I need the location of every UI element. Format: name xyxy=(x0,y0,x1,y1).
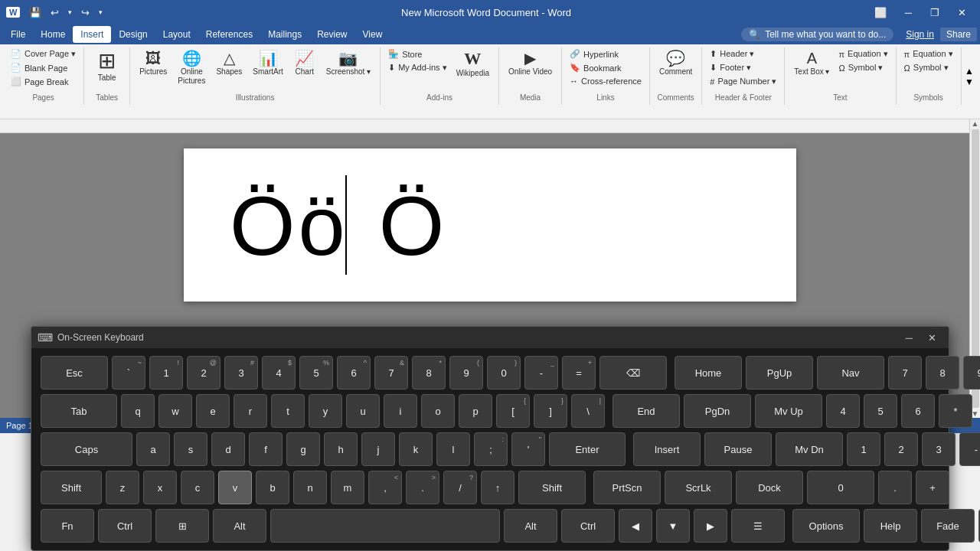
key-num3[interactable]: 3 xyxy=(922,432,956,466)
key-lbracket[interactable]: {[ xyxy=(496,394,530,428)
key-b[interactable]: b xyxy=(256,471,289,504)
key-nummul[interactable]: * xyxy=(939,394,972,428)
screenshot-button[interactable]: 📷 Screenshot ▾ xyxy=(322,47,375,80)
key-t[interactable]: t xyxy=(271,394,305,428)
key-w[interactable]: w xyxy=(158,394,192,428)
key-num5[interactable]: 5 xyxy=(864,394,897,428)
key-insert[interactable]: Insert xyxy=(633,432,701,466)
key-caps[interactable]: Caps xyxy=(41,432,132,466)
cross-reference-button[interactable]: ↔ Cross-reference xyxy=(567,75,645,87)
key-4[interactable]: $4 xyxy=(262,356,296,390)
key-g[interactable]: g xyxy=(286,432,320,466)
key-minus[interactable]: _- xyxy=(524,356,558,390)
key-q[interactable]: q xyxy=(121,394,155,428)
key-ctrl-r[interactable]: Ctrl xyxy=(561,509,615,543)
key-f[interactable]: f xyxy=(249,432,283,466)
chart-button[interactable]: 📈 Chart xyxy=(289,47,320,80)
key-nav[interactable]: Nav xyxy=(817,356,884,390)
key-options[interactable]: Options xyxy=(792,509,860,543)
key-9[interactable]: (9 xyxy=(449,356,483,390)
key-fade[interactable]: Fade xyxy=(921,509,975,543)
my-addins-button[interactable]: ⬇ My Add-ins ▾ xyxy=(385,61,449,74)
key-enter[interactable]: Enter xyxy=(549,432,626,466)
key-num6[interactable]: 6 xyxy=(901,394,935,428)
key-uparrow[interactable]: ↑ xyxy=(481,471,514,504)
key-o[interactable]: o xyxy=(421,394,455,428)
key-space[interactable] xyxy=(270,509,500,543)
menu-file[interactable]: File xyxy=(3,26,33,43)
key-l[interactable]: l xyxy=(436,432,470,466)
key-m[interactable]: m xyxy=(331,471,364,504)
ribbon-scroll-right[interactable]: ▲▼ xyxy=(965,66,974,87)
table-button[interactable]: ⊞ Table xyxy=(92,47,122,86)
share-button[interactable]: Share xyxy=(940,28,977,41)
key-p[interactable]: p xyxy=(459,394,492,428)
key-comma[interactable]: <, xyxy=(368,471,402,504)
key-rightarrow[interactable]: ▶ xyxy=(694,509,727,543)
key-numadd[interactable]: + xyxy=(916,471,949,504)
store-button[interactable]: 🏪 Store xyxy=(385,47,449,60)
key-pgup[interactable]: PgUp xyxy=(746,356,813,390)
key-k[interactable]: k xyxy=(399,432,433,466)
menu-review[interactable]: Review xyxy=(309,26,354,43)
header-button[interactable]: ⬆ Header ▾ xyxy=(707,47,779,60)
key-backspace[interactable]: ⌫ xyxy=(599,356,667,390)
key-mvdn[interactable]: Mv Dn xyxy=(776,432,843,466)
tell-me-input[interactable]: 🔍 Tell me what you want to do... xyxy=(741,28,893,41)
close-button[interactable]: ✕ xyxy=(950,4,974,21)
key-leftarrow[interactable]: ◀ xyxy=(619,509,652,543)
key-2[interactable]: @2 xyxy=(187,356,220,390)
key-num4[interactable]: 4 xyxy=(826,394,860,428)
online-video-button[interactable]: ▶ Online Video xyxy=(504,47,557,80)
key-rshift[interactable]: Shift xyxy=(518,471,586,504)
key-lshift[interactable]: Shift xyxy=(41,471,102,504)
key-esc[interactable]: Esc xyxy=(41,356,108,390)
minimize-button[interactable]: ─ xyxy=(897,4,920,21)
key-pause[interactable]: Pause xyxy=(704,432,772,466)
equation-button[interactable]: π Equation ▾ xyxy=(836,47,891,60)
key-help[interactable]: Help xyxy=(864,509,917,543)
key-num9[interactable]: 9 xyxy=(963,356,980,390)
key-num7[interactable]: 7 xyxy=(888,356,922,390)
customize-qat-button[interactable]: ▾ xyxy=(96,7,106,18)
key-3[interactable]: #3 xyxy=(224,356,258,390)
blank-page-button[interactable]: 📄 Blank Page xyxy=(8,61,79,74)
scroll-down-button[interactable]: ▼ xyxy=(972,409,979,418)
redo-button[interactable]: ↪ xyxy=(78,5,93,20)
scroll-up-button[interactable]: ▲ xyxy=(972,119,979,128)
menu-design[interactable]: Design xyxy=(111,26,155,43)
symbol-button[interactable]: Ω Symbol ▾ xyxy=(836,61,891,74)
key-num1[interactable]: 1 xyxy=(847,432,880,466)
restore-window-button[interactable]: ⬜ xyxy=(867,4,894,21)
menu-home[interactable]: Home xyxy=(33,26,73,43)
smartart-button[interactable]: 📊 SmartArt xyxy=(248,47,287,80)
key-semicolon[interactable]: :; xyxy=(474,432,508,466)
key-backslash[interactable]: |\ xyxy=(571,394,605,428)
key-period[interactable]: >. xyxy=(406,471,439,504)
key-x[interactable]: x xyxy=(143,471,177,504)
key-i[interactable]: i xyxy=(384,394,417,428)
key-j[interactable]: j xyxy=(361,432,395,466)
osk-minimize-button[interactable]: ─ xyxy=(900,331,919,345)
text-box-button[interactable]: A Text Box ▾ xyxy=(789,47,834,80)
footer-button[interactable]: ⬇ Footer ▾ xyxy=(707,61,779,74)
pictures-button[interactable]: 🖼 Pictures xyxy=(135,47,172,80)
key-win-l[interactable]: ⊞ xyxy=(155,509,209,543)
key-rbracket[interactable]: }] xyxy=(534,394,567,428)
key-alt-r[interactable]: Alt xyxy=(504,509,557,543)
key-num2[interactable]: 2 xyxy=(884,432,918,466)
key-menu[interactable]: ☰ xyxy=(731,509,785,543)
key-0[interactable]: )0 xyxy=(487,356,521,390)
key-num0[interactable]: 0 xyxy=(807,471,874,504)
key-6[interactable]: ^6 xyxy=(337,356,371,390)
page-number-button[interactable]: # Page Number ▾ xyxy=(707,75,779,88)
menu-mailings[interactable]: Mailings xyxy=(260,26,309,43)
key-prtscn[interactable]: PrtScn xyxy=(593,471,661,504)
key-y[interactable]: y xyxy=(309,394,342,428)
key-mvup[interactable]: Mv Up xyxy=(755,394,822,428)
key-c[interactable]: c xyxy=(181,471,214,504)
shapes-button[interactable]: △ Shapes xyxy=(211,47,247,80)
key-z[interactable]: z xyxy=(106,471,139,504)
key-n[interactable]: n xyxy=(293,471,327,504)
menu-view[interactable]: View xyxy=(355,26,390,43)
